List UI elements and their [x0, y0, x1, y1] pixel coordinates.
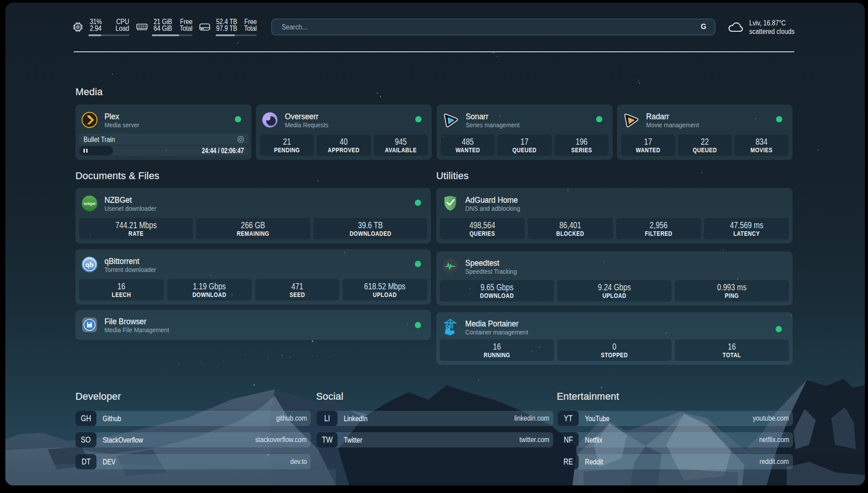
svg-text:nzbget: nzbget: [83, 202, 96, 206]
svg-text:qb: qb: [85, 261, 93, 268]
